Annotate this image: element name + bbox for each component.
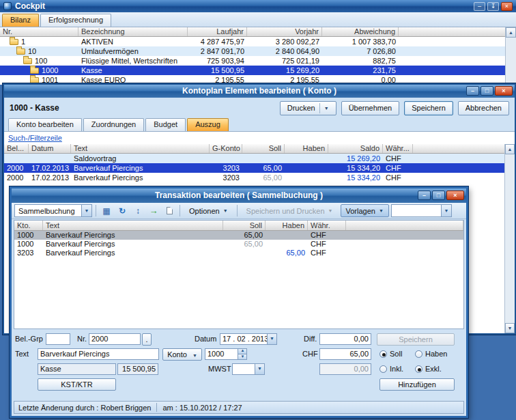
hinzufuegen-button[interactable]: Hinzufügen xyxy=(379,378,455,391)
exkl-radio[interactable]: Exkl. xyxy=(415,364,442,374)
spin-down-icon[interactable]: ▼ xyxy=(238,354,247,360)
table-row[interactable]: 1 AKTIVEN 4 287 475,97 3 280 092,27 1 00… xyxy=(0,37,516,46)
konto-number-stepper[interactable]: 1000 ▲ ▼ xyxy=(205,348,247,360)
column-header-datum[interactable]: Datum xyxy=(29,144,71,153)
column-header-waehrung[interactable]: Währ. xyxy=(308,221,346,230)
booking-row[interactable]: 3203 Barverkauf Piercings 65,00 CHF xyxy=(14,249,463,257)
table-row[interactable]: 10 Umlaufvermögen 2 847 091,70 2 840 064… xyxy=(0,46,516,56)
minimize-icon[interactable]: – xyxy=(466,86,479,96)
calendar-dropdown-icon[interactable]: ▼ xyxy=(267,333,277,345)
optionen-button[interactable]: Optionen ▼ xyxy=(184,204,233,217)
scroll-up-icon[interactable]: ▲ xyxy=(505,144,515,154)
kontoplan-tabstrip: Konto bearbeiten Zuordnungen Budget Ausz… xyxy=(4,118,515,132)
close-icon[interactable]: × xyxy=(501,2,513,11)
close-icon[interactable]: × xyxy=(495,86,513,96)
laufjahr-value: 15 500,95 xyxy=(188,66,247,75)
datum-field[interactable]: 17 . 02 . 2013 ▼ xyxy=(220,333,277,345)
column-header-saldo[interactable]: Saldo xyxy=(328,144,383,153)
column-header-abweichung[interactable]: Abweichung xyxy=(322,27,399,36)
text-input[interactable]: Barverkauf Piercings xyxy=(38,348,159,360)
haben-radio[interactable]: Haben xyxy=(415,349,447,359)
column-header-laufjahr[interactable]: Laufjahr xyxy=(188,27,247,36)
booking-row-selected[interactable]: 1000 Barverkauf Piercings 65,00 CHF xyxy=(14,231,463,240)
booking-row[interactable]: 1000 Barverkauf Piercings 65,00 CHF xyxy=(14,240,463,249)
betrag-input[interactable]: 65,00 xyxy=(319,348,371,360)
uebernehmen-button[interactable]: Übernehmen xyxy=(341,101,400,115)
speichern-button[interactable]: Speichern xyxy=(404,101,453,115)
tab-auszug[interactable]: Auszug xyxy=(187,118,229,131)
account-name: Kasse xyxy=(78,66,188,75)
soll-radio[interactable]: Soll xyxy=(379,349,402,359)
text-label: Text xyxy=(15,348,29,359)
abbrechen-button[interactable]: Abbrechen xyxy=(458,101,509,115)
konto-select-button[interactable]: Konto ▼ xyxy=(162,348,202,361)
spin-up-icon[interactable]: ▲ xyxy=(238,348,247,354)
tab-budget[interactable]: Budget xyxy=(145,118,186,131)
column-header-soll[interactable]: Soll xyxy=(242,144,285,153)
column-header-bezeichnung[interactable]: Bezeichnung xyxy=(78,27,188,36)
tab-bilanz[interactable]: Bilanz xyxy=(2,14,39,27)
column-header-nr[interactable]: Nr. xyxy=(0,27,78,36)
table-row[interactable]: 100 Flüssige Mittel, Wertschriften 725 9… xyxy=(0,56,516,66)
maximize-icon[interactable]: □ xyxy=(481,86,493,96)
diff-input[interactable]: 0,00 xyxy=(319,333,371,345)
vorlagen-select[interactable]: ▼ xyxy=(391,204,452,217)
speichern-button[interactable]: Speichern xyxy=(377,333,455,346)
column-header-kto[interactable]: Kto. xyxy=(14,221,43,230)
minimize-icon[interactable]: – xyxy=(474,2,485,11)
status-change-date: am : 15.10.2012 / 17:27 xyxy=(162,404,242,412)
bel-grp-input[interactable] xyxy=(46,333,70,345)
laufjahr-value: 2 847 091,70 xyxy=(188,46,247,56)
auszug-scrollbar[interactable]: ▲ ▼ xyxy=(504,144,515,333)
pin-icon[interactable]: ↧ xyxy=(487,2,499,11)
mwst-betrag-input: 0,00 xyxy=(319,363,371,375)
drucken-button[interactable]: Drucken ▼ xyxy=(280,101,336,115)
status-separator xyxy=(156,403,157,412)
go-icon[interactable]: → xyxy=(147,204,160,217)
tab-konto-bearbeiten[interactable]: Konto bearbeiten xyxy=(8,118,82,131)
auszug-row[interactable]: 2000 17.02.2013 Barverkauf Piercings 320… xyxy=(4,173,515,182)
nr-input[interactable]: 2000 xyxy=(89,333,141,345)
abweichung-value: 231,75 xyxy=(322,66,399,75)
vorjahr-value: 725 021,19 xyxy=(247,56,322,66)
speichern-und-drucken-button[interactable]: Speichern und Drucken ▼ xyxy=(241,204,339,217)
chevron-down-icon: ▼ xyxy=(81,205,91,216)
column-header-beleg[interactable]: Bel... xyxy=(4,144,29,153)
column-header-vorjahr[interactable]: Vorjahr xyxy=(247,27,322,36)
buchungstyp-select[interactable]: Sammelbuchung ▼ xyxy=(14,204,92,217)
column-header-gkonto[interactable]: G-Konto xyxy=(210,144,242,153)
account-name: Umlaufvermögen xyxy=(78,46,188,56)
refresh-icon[interactable]: ↻ xyxy=(115,204,129,217)
column-header-haben[interactable]: Haben xyxy=(285,144,328,153)
filter-row-link[interactable]: Such-/Filterzeile xyxy=(4,132,515,144)
toolbar-separator xyxy=(237,205,238,216)
auszug-row-selected[interactable]: 2000 17.02.2013 Barverkauf Piercings 320… xyxy=(4,163,515,173)
column-header-text[interactable]: Text xyxy=(43,221,223,230)
scroll-down-icon[interactable]: ▼ xyxy=(505,323,515,333)
tab-zuordnungen[interactable]: Zuordnungen xyxy=(83,118,144,131)
new-document-icon[interactable] xyxy=(162,204,176,217)
kontoplan-header: 1000 - Kasse Drucken ▼ Übernehmen Speich… xyxy=(4,98,515,118)
vorlagen-button[interactable]: Vorlagen ▼ xyxy=(341,204,389,217)
inkl-radio[interactable]: Inkl. xyxy=(379,364,403,374)
kontoplan-titlebar: Kontoplan Element bearbeiten ( Konto ) –… xyxy=(4,85,515,98)
minimize-icon[interactable]: – xyxy=(418,191,431,200)
column-header-soll[interactable]: Soll xyxy=(223,221,266,230)
auszug-row[interactable]: Saldovortrag 15 269,20 CHF xyxy=(4,154,515,163)
table-row-selected[interactable]: 1000 Kasse 15 500,95 15 269,20 231,75 xyxy=(0,66,516,75)
column-header-text[interactable]: Text xyxy=(71,144,210,153)
mwst-select[interactable]: ▼ xyxy=(232,363,265,375)
scroll-up-icon[interactable]: ▲ xyxy=(506,27,516,38)
grid-icon[interactable]: ▦ xyxy=(100,204,113,217)
close-icon[interactable]: × xyxy=(446,191,464,200)
sort-icon[interactable]: ↕ xyxy=(131,204,145,217)
tab-erfolgsrechnung[interactable]: Erfolgsrechnung xyxy=(40,14,111,27)
maximize-icon[interactable]: □ xyxy=(432,191,445,200)
column-header-haben[interactable]: Haben xyxy=(266,221,308,230)
main-table-scrollbar[interactable]: ▲ xyxy=(505,27,516,85)
column-header-waehrung[interactable]: Währ... xyxy=(383,144,413,153)
chevron-down-icon[interactable]: ▼ xyxy=(255,363,265,375)
browse-button[interactable]: . xyxy=(142,333,152,346)
kst-ktr-button[interactable]: KST/KTR xyxy=(38,378,116,391)
mwst-label: MWST xyxy=(208,363,231,374)
